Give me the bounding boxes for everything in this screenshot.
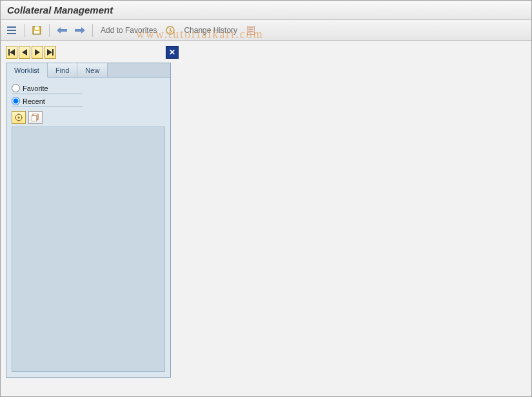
svg-rect-2: [7, 33, 16, 34]
last-record-button[interactable]: [44, 46, 56, 59]
radio-favorite-label: Favorite: [23, 85, 48, 92]
svg-rect-7: [247, 26, 255, 35]
tab-label: New: [85, 66, 99, 74]
clock-icon: [166, 26, 175, 35]
panel-body: Favorite Recent: [6, 77, 170, 377]
svg-point-18: [18, 117, 20, 119]
copy-icon: [32, 114, 39, 121]
page-header: Collateral Management: [1, 1, 531, 20]
arrow-right-icon: [75, 27, 85, 34]
last-icon: [47, 49, 54, 56]
change-history-link[interactable]: Change History: [181, 25, 240, 36]
worklist-list[interactable]: [12, 127, 165, 372]
document-icon: [247, 26, 255, 35]
svg-marker-12: [10, 49, 15, 56]
page-title: Collateral Management: [7, 5, 113, 15]
menu-button[interactable]: [5, 23, 19, 37]
copy-button[interactable]: [28, 111, 43, 124]
svg-marker-13: [22, 49, 27, 56]
svg-rect-0: [7, 26, 16, 28]
arrow-left-icon: [57, 27, 67, 34]
menu-icon: [7, 26, 16, 34]
radio-favorite-row[interactable]: Favorite: [12, 84, 83, 94]
record-nav: ✕: [6, 46, 526, 59]
next-icon: [35, 49, 40, 56]
close-panel-button[interactable]: ✕: [166, 46, 179, 59]
settings-icon: [15, 114, 23, 121]
mini-toolbar: [12, 111, 165, 124]
tab-worklist[interactable]: Worklist: [6, 63, 48, 77]
radio-recent-row[interactable]: Recent: [12, 97, 83, 107]
close-icon: ✕: [169, 48, 175, 57]
back-button[interactable]: [55, 23, 69, 37]
radio-recent[interactable]: [12, 97, 20, 105]
save-button[interactable]: [30, 23, 44, 37]
radio-favorite[interactable]: [12, 84, 20, 92]
svg-rect-24: [32, 116, 37, 121]
settings-button[interactable]: [12, 111, 26, 124]
first-record-button[interactable]: [6, 46, 17, 59]
svg-rect-4: [35, 26, 39, 30]
tab-new[interactable]: New: [77, 63, 108, 77]
radio-recent-label: Recent: [23, 97, 45, 105]
forward-button[interactable]: [73, 23, 87, 37]
svg-rect-1: [7, 30, 16, 31]
tab-label: Find: [55, 66, 69, 74]
separator: [24, 24, 25, 37]
main-toolbar: Add to Favorites Change History: [1, 20, 531, 41]
side-panel: Worklist Find New Favorite Recent: [6, 63, 171, 378]
panel-tabs: Worklist Find New: [6, 63, 170, 77]
svg-rect-5: [34, 31, 39, 34]
svg-marker-15: [47, 49, 52, 56]
document-button[interactable]: [244, 23, 258, 37]
save-icon: [32, 26, 41, 35]
content-area: ✕ Worklist Find New Favorite Recent: [1, 41, 531, 383]
separator: [49, 24, 50, 37]
svg-marker-14: [35, 49, 40, 56]
prev-record-button[interactable]: [19, 46, 30, 59]
next-record-button[interactable]: [32, 46, 43, 59]
first-icon: [8, 49, 15, 56]
separator: [92, 24, 93, 37]
clock-button[interactable]: [163, 23, 177, 37]
tab-label: Worklist: [14, 66, 39, 74]
prev-icon: [22, 49, 27, 56]
svg-rect-11: [8, 49, 10, 56]
tab-find[interactable]: Find: [48, 63, 77, 77]
svg-rect-16: [52, 49, 54, 56]
add-to-favorites-link[interactable]: Add to Favorites: [98, 25, 159, 36]
